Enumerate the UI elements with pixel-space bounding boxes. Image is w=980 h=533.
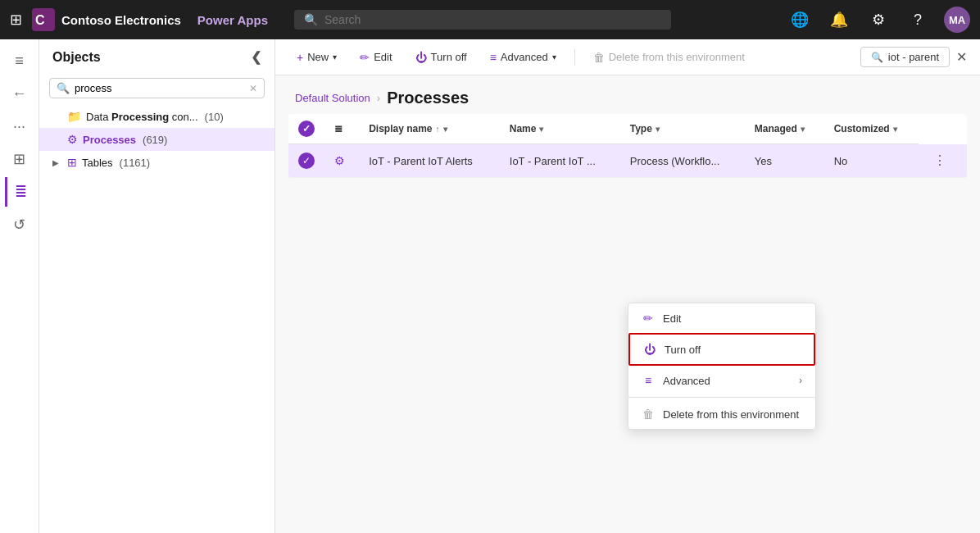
select-all-col[interactable]: ✓ <box>288 114 324 144</box>
sidebar-list-icon[interactable]: ≣ <box>5 177 34 207</box>
collapse-icon[interactable]: ❮ <box>251 49 261 65</box>
expand-icon <box>49 133 62 146</box>
company-name: Contoso Electronics <box>61 13 181 27</box>
row-context-menu-trigger[interactable]: ⋮ <box>928 152 951 169</box>
processes-table: ✓ ≣ Display name ↑ ▾ <box>288 114 967 178</box>
sidebar-icon-strip: ≡ ← ··· ⊞ ≣ ↺ <box>0 39 39 533</box>
context-menu-advanced[interactable]: ≡ Advanced › <box>628 366 815 395</box>
trash-icon: 🗑 <box>593 51 605 64</box>
dropdown-chevron-icon: ▾ <box>333 52 337 61</box>
sidebar-item-data-processing[interactable]: 📁 Data Processing con... (10) <box>39 105 274 128</box>
turn-off-button[interactable]: ⏻ Turn off <box>407 47 475 68</box>
type-value: Process (Workflo... <box>630 155 720 167</box>
sort-asc-icon: ↑ <box>436 125 440 134</box>
expand-icon: ▶ <box>49 156 62 169</box>
row-type: Process (Workflo... <box>620 144 745 178</box>
apps-grid-icon[interactable]: ⊞ <box>10 11 22 29</box>
close-search-icon[interactable]: ✕ <box>956 49 967 65</box>
managed-label: Managed <box>755 123 797 134</box>
sidebar-item-tables[interactable]: ▶ ⊞ Tables (1161) <box>39 151 274 174</box>
search-icon: 🔍 <box>304 13 318 26</box>
customized-value: No <box>834 155 848 167</box>
inline-search[interactable]: 🔍 iot - parent <box>860 47 950 67</box>
col-customized[interactable]: Customized ▾ <box>824 114 919 144</box>
notifications-icon[interactable]: 🔔 <box>826 7 852 33</box>
top-navigation: ⊞ C Contoso Electronics Power Apps 🔍 🌐 🔔… <box>0 0 980 39</box>
new-button[interactable]: + New ▾ <box>288 47 345 68</box>
managed-sort-icon[interactable]: ▾ <box>801 125 805 134</box>
col-managed[interactable]: Managed ▾ <box>745 114 824 144</box>
col-display-name[interactable]: Display name ↑ ▾ <box>359 114 500 144</box>
table-header-row: ✓ ≣ Display name ↑ ▾ <box>288 114 967 144</box>
breadcrumb-parent[interactable]: Default Solution <box>295 92 370 104</box>
type-sort-icon[interactable]: ▾ <box>656 125 660 134</box>
app-name: Power Apps <box>197 13 268 27</box>
sort-chevron-icon[interactable]: ▾ <box>443 125 447 134</box>
item-count: (1161) <box>120 157 151 169</box>
clear-search-icon[interactable]: ✕ <box>249 83 257 94</box>
row-type-icon: ⚙ <box>334 154 345 167</box>
context-menu-turn-off[interactable]: ⏻ Turn off <box>628 333 815 366</box>
customized-label: Customized <box>834 123 890 134</box>
toolbar-right: 🔍 iot - parent ✕ <box>860 47 967 67</box>
sidebar-history-icon[interactable]: ↺ <box>5 210 34 239</box>
company-logo: C Contoso Electronics <box>32 8 181 31</box>
customized-sort-icon[interactable]: ▾ <box>893 125 897 134</box>
list-view-icon[interactable]: ≣ <box>334 123 343 134</box>
item-count: (619) <box>143 134 167 146</box>
item-count: (10) <box>205 111 224 123</box>
managed-value: Yes <box>755 155 772 167</box>
objects-search-input[interactable] <box>75 82 244 94</box>
sidebar-menu-icon[interactable]: ≡ <box>5 46 34 75</box>
avatar[interactable]: MA <box>944 7 970 33</box>
name-value: IoT - Parent IoT ... <box>510 155 596 167</box>
delete-button[interactable]: 🗑 Delete from this environment <box>585 47 753 68</box>
edit-label: Edit <box>663 312 681 325</box>
col-view: ≣ <box>324 114 359 144</box>
folder-icon: 📁 <box>67 110 81 123</box>
table-row[interactable]: ✓ ⚙ IoT - Parent IoT Alerts IoT - Parent… <box>288 144 967 178</box>
row-check-col[interactable]: ✓ <box>288 144 324 178</box>
sliders-icon: ≡ <box>642 374 655 387</box>
help-icon[interactable]: ? <box>905 7 931 33</box>
context-menu-edit[interactable]: ✏ Edit <box>628 303 815 333</box>
global-search[interactable]: 🔍 <box>294 10 671 30</box>
environment-icon[interactable]: 🌐 <box>787 7 813 33</box>
sidebar-back-icon[interactable]: ← <box>5 79 34 108</box>
objects-panel: Objects ❮ 🔍 ✕ 📁 Data Processing con... (… <box>39 39 275 533</box>
name-sort-icon[interactable]: ▾ <box>539 125 543 134</box>
settings-icon[interactable]: ⚙ <box>865 7 892 33</box>
context-menu-delete[interactable]: 🗑 Delete from this environment <box>628 399 815 429</box>
row-actions-col[interactable]: ⋮ <box>919 144 967 178</box>
row-display-name: IoT - Parent IoT Alerts <box>359 144 500 178</box>
sidebar-item-processes[interactable]: ⚙ Processes (619) <box>39 128 274 151</box>
main-content: + New ▾ ✏ Edit ⏻ Turn off ≡ Advanced ▾ 🗑… <box>275 39 980 533</box>
sidebar-apps-icon[interactable]: ⊞ <box>5 144 34 174</box>
topnav-right-icons: 🌐 🔔 ⚙ ? MA <box>787 7 970 33</box>
nav-item-label: Data Processing con... <box>86 111 198 123</box>
toolbar-divider <box>574 49 575 66</box>
turn-off-label: Turn off <box>431 51 467 63</box>
row-checkbox[interactable]: ✓ <box>298 153 315 169</box>
select-all-checkbox[interactable]: ✓ <box>298 121 315 137</box>
edit-button[interactable]: ✏ Edit <box>352 47 400 68</box>
advanced-button[interactable]: ≡ Advanced ▾ <box>482 47 565 68</box>
search-input[interactable] <box>324 13 661 26</box>
row-icon-col: ⚙ <box>324 144 359 178</box>
table-container: ✓ ≣ Display name ↑ ▾ <box>275 114 980 533</box>
menu-divider <box>628 397 815 398</box>
objects-search-box[interactable]: 🔍 ✕ <box>49 78 265 98</box>
search-icon: 🔍 <box>57 82 70 94</box>
toolbar: + New ▾ ✏ Edit ⏻ Turn off ≡ Advanced ▾ 🗑… <box>275 39 980 75</box>
sidebar-more-icon[interactable]: ··· <box>5 112 34 141</box>
edit-icon: ✏ <box>642 312 655 325</box>
main-layout: ≡ ← ··· ⊞ ≣ ↺ Objects ❮ 🔍 ✕ 📁 Data Proce… <box>0 39 980 533</box>
power-icon: ⏻ <box>415 51 427 64</box>
chevron-down-icon: ▾ <box>552 52 556 61</box>
col-name[interactable]: Name ▾ <box>500 114 620 144</box>
breadcrumb-separator: › <box>377 92 380 104</box>
svg-text:C: C <box>35 13 45 27</box>
col-type[interactable]: Type ▾ <box>620 114 745 144</box>
breadcrumb-current: Processes <box>387 89 469 107</box>
objects-header-actions: ❮ <box>251 49 261 65</box>
